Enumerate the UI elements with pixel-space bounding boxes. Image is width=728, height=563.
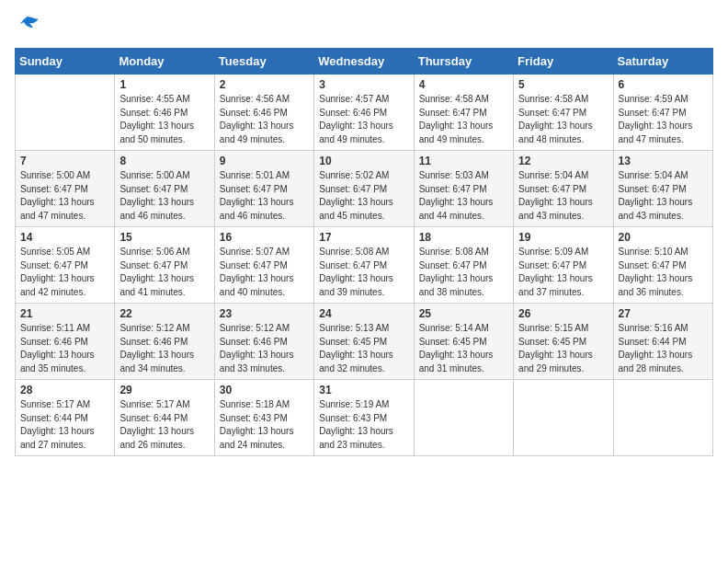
- day-info: Sunrise: 5:15 AM Sunset: 6:45 PM Dayligh…: [518, 322, 608, 375]
- day-of-week-header: Monday: [115, 49, 214, 75]
- calendar-cell: 3Sunrise: 4:57 AM Sunset: 6:46 PM Daylig…: [314, 75, 414, 151]
- day-info: Sunrise: 5:10 AM Sunset: 6:47 PM Dayligh…: [619, 246, 708, 299]
- calendar-cell: 12Sunrise: 5:04 AM Sunset: 6:47 PM Dayli…: [514, 151, 613, 227]
- calendar-cell: 7Sunrise: 5:00 AM Sunset: 6:47 PM Daylig…: [16, 151, 115, 227]
- day-info: Sunrise: 5:17 AM Sunset: 6:44 PM Dayligh…: [20, 398, 109, 452]
- calendar-cell: 6Sunrise: 4:59 AM Sunset: 6:47 PM Daylig…: [613, 75, 712, 151]
- calendar-cell: 4Sunrise: 4:58 AM Sunset: 6:47 PM Daylig…: [414, 75, 513, 151]
- day-number: 18: [419, 231, 508, 244]
- day-of-week-header: Tuesday: [214, 49, 313, 75]
- calendar-cell: 11Sunrise: 5:03 AM Sunset: 6:47 PM Dayli…: [414, 151, 513, 227]
- day-number: 7: [20, 155, 109, 167]
- calendar-cell: 14Sunrise: 5:05 AM Sunset: 6:47 PM Dayli…: [16, 227, 115, 304]
- calendar-cell: 21Sunrise: 5:11 AM Sunset: 6:46 PM Dayli…: [16, 304, 115, 380]
- day-info: Sunrise: 5:05 AM Sunset: 6:47 PM Dayligh…: [20, 246, 109, 299]
- day-number: 28: [20, 384, 109, 396]
- day-info: Sunrise: 5:06 AM Sunset: 6:47 PM Dayligh…: [119, 246, 209, 299]
- logo-icon: [15, 15, 40, 37]
- calendar-cell: [414, 380, 513, 456]
- day-number: 6: [619, 78, 708, 91]
- day-number: 11: [419, 155, 508, 167]
- day-info: Sunrise: 4:55 AM Sunset: 6:46 PM Dayligh…: [119, 93, 209, 146]
- page-header: [15, 15, 713, 37]
- day-number: 9: [220, 155, 309, 167]
- day-number: 20: [619, 231, 708, 244]
- calendar-cell: 20Sunrise: 5:10 AM Sunset: 6:47 PM Dayli…: [613, 227, 712, 304]
- day-info: Sunrise: 4:56 AM Sunset: 6:46 PM Dayligh…: [220, 93, 309, 146]
- calendar-cell: 17Sunrise: 5:08 AM Sunset: 6:47 PM Dayli…: [314, 227, 414, 304]
- day-info: Sunrise: 5:08 AM Sunset: 6:47 PM Dayligh…: [419, 246, 508, 299]
- day-info: Sunrise: 4:58 AM Sunset: 6:47 PM Dayligh…: [419, 93, 508, 146]
- calendar-cell: 27Sunrise: 5:16 AM Sunset: 6:44 PM Dayli…: [613, 304, 712, 380]
- day-info: Sunrise: 5:19 AM Sunset: 6:43 PM Dayligh…: [319, 398, 408, 452]
- day-of-week-header: Saturday: [613, 49, 712, 75]
- day-number: 14: [20, 231, 109, 244]
- day-number: 21: [20, 307, 109, 320]
- day-info: Sunrise: 5:12 AM Sunset: 6:46 PM Dayligh…: [220, 322, 309, 375]
- day-number: 29: [119, 384, 209, 396]
- calendar-cell: 18Sunrise: 5:08 AM Sunset: 6:47 PM Dayli…: [414, 227, 513, 304]
- calendar-cell: 23Sunrise: 5:12 AM Sunset: 6:46 PM Dayli…: [214, 304, 313, 380]
- day-number: 2: [220, 78, 309, 91]
- calendar-cell: 5Sunrise: 4:58 AM Sunset: 6:47 PM Daylig…: [514, 75, 613, 151]
- day-info: Sunrise: 4:59 AM Sunset: 6:47 PM Dayligh…: [619, 93, 708, 146]
- day-info: Sunrise: 5:09 AM Sunset: 6:47 PM Dayligh…: [518, 246, 608, 299]
- calendar-cell: 24Sunrise: 5:13 AM Sunset: 6:45 PM Dayli…: [314, 304, 414, 380]
- calendar-cell: [514, 380, 613, 456]
- calendar-cell: 1Sunrise: 4:55 AM Sunset: 6:46 PM Daylig…: [115, 75, 214, 151]
- day-number: 12: [518, 155, 608, 167]
- calendar-cell: 19Sunrise: 5:09 AM Sunset: 6:47 PM Dayli…: [514, 227, 613, 304]
- calendar-body: 1Sunrise: 4:55 AM Sunset: 6:46 PM Daylig…: [16, 75, 713, 456]
- calendar-cell: 30Sunrise: 5:18 AM Sunset: 6:43 PM Dayli…: [214, 380, 313, 456]
- day-info: Sunrise: 5:01 AM Sunset: 6:47 PM Dayligh…: [220, 169, 309, 223]
- calendar-cell: 28Sunrise: 5:17 AM Sunset: 6:44 PM Dayli…: [16, 380, 115, 456]
- day-number: 24: [319, 307, 408, 320]
- calendar-cell: 29Sunrise: 5:17 AM Sunset: 6:44 PM Dayli…: [115, 380, 214, 456]
- day-of-week-header: Wednesday: [314, 49, 414, 75]
- day-number: 10: [319, 155, 408, 167]
- day-info: Sunrise: 5:16 AM Sunset: 6:44 PM Dayligh…: [619, 322, 708, 375]
- day-number: 25: [419, 307, 508, 320]
- day-info: Sunrise: 5:17 AM Sunset: 6:44 PM Dayligh…: [119, 398, 209, 452]
- day-info: Sunrise: 5:13 AM Sunset: 6:45 PM Dayligh…: [319, 322, 408, 375]
- day-number: 13: [619, 155, 708, 167]
- day-number: 31: [319, 384, 408, 396]
- calendar-cell: 31Sunrise: 5:19 AM Sunset: 6:43 PM Dayli…: [314, 380, 414, 456]
- day-info: Sunrise: 5:03 AM Sunset: 6:47 PM Dayligh…: [419, 169, 508, 223]
- calendar-cell: 16Sunrise: 5:07 AM Sunset: 6:47 PM Dayli…: [214, 227, 313, 304]
- days-of-week-row: SundayMondayTuesdayWednesdayThursdayFrid…: [16, 49, 713, 75]
- day-number: 30: [220, 384, 309, 396]
- day-info: Sunrise: 5:00 AM Sunset: 6:47 PM Dayligh…: [119, 169, 209, 223]
- calendar-cell: 9Sunrise: 5:01 AM Sunset: 6:47 PM Daylig…: [214, 151, 313, 227]
- calendar-table: SundayMondayTuesdayWednesdayThursdayFrid…: [15, 48, 713, 456]
- calendar-week-row: 21Sunrise: 5:11 AM Sunset: 6:46 PM Dayli…: [16, 304, 713, 380]
- day-info: Sunrise: 4:58 AM Sunset: 6:47 PM Dayligh…: [518, 93, 608, 146]
- day-number: 19: [518, 231, 608, 244]
- day-of-week-header: Thursday: [414, 49, 513, 75]
- day-number: 16: [220, 231, 309, 244]
- day-number: 15: [119, 231, 209, 244]
- calendar-week-row: 7Sunrise: 5:00 AM Sunset: 6:47 PM Daylig…: [16, 151, 713, 227]
- calendar-cell: 15Sunrise: 5:06 AM Sunset: 6:47 PM Dayli…: [115, 227, 214, 304]
- calendar-cell: 26Sunrise: 5:15 AM Sunset: 6:45 PM Dayli…: [514, 304, 613, 380]
- day-number: 17: [319, 231, 408, 244]
- day-of-week-header: Friday: [514, 49, 613, 75]
- calendar-cell: 10Sunrise: 5:02 AM Sunset: 6:47 PM Dayli…: [314, 151, 414, 227]
- calendar-cell: 25Sunrise: 5:14 AM Sunset: 6:45 PM Dayli…: [414, 304, 513, 380]
- day-number: 4: [419, 78, 508, 91]
- logo: [15, 15, 44, 37]
- day-number: 22: [119, 307, 209, 320]
- calendar-cell: 13Sunrise: 5:04 AM Sunset: 6:47 PM Dayli…: [613, 151, 712, 227]
- calendar-cell: [16, 75, 115, 151]
- day-info: Sunrise: 5:18 AM Sunset: 6:43 PM Dayligh…: [220, 398, 309, 452]
- day-info: Sunrise: 5:14 AM Sunset: 6:45 PM Dayligh…: [419, 322, 508, 375]
- day-of-week-header: Sunday: [16, 49, 115, 75]
- day-number: 3: [319, 78, 408, 91]
- day-number: 26: [518, 307, 608, 320]
- calendar-cell: [613, 380, 712, 456]
- day-number: 1: [119, 78, 209, 91]
- day-number: 27: [619, 307, 708, 320]
- day-info: Sunrise: 5:12 AM Sunset: 6:46 PM Dayligh…: [119, 322, 209, 375]
- calendar-week-row: 14Sunrise: 5:05 AM Sunset: 6:47 PM Dayli…: [16, 227, 713, 304]
- day-info: Sunrise: 5:04 AM Sunset: 6:47 PM Dayligh…: [619, 169, 708, 223]
